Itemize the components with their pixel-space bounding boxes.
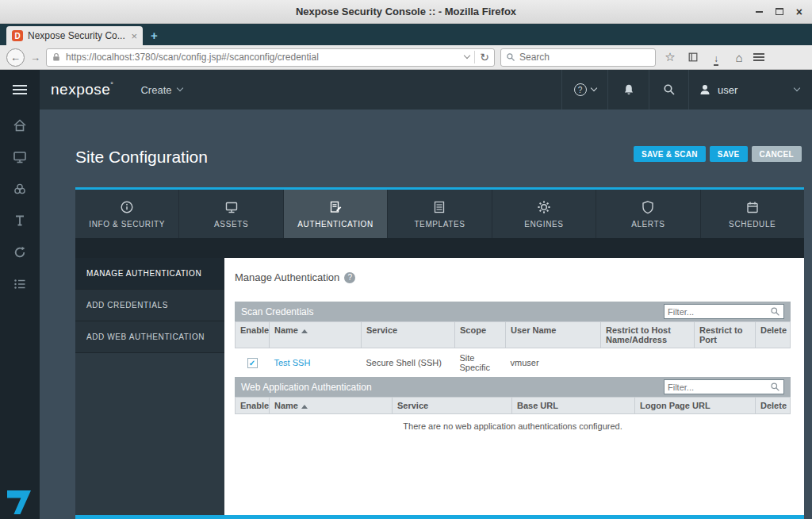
web-filter-input[interactable] bbox=[668, 383, 768, 392]
url-dropdown-icon[interactable] bbox=[464, 52, 470, 59]
sidebar-item-administration[interactable] bbox=[0, 268, 40, 300]
sort-ascending-icon bbox=[301, 405, 308, 409]
window-titlebar: Nexpose Security Console :: - Mozilla Fi… bbox=[0, 0, 812, 24]
web-filter-box[interactable] bbox=[664, 379, 784, 394]
sidebar-item-reports[interactable] bbox=[0, 236, 40, 268]
minimize-icon[interactable] bbox=[756, 11, 763, 13]
config-tabstrip: INFO & SECURITY ASSETS AUTHENTICATION TE… bbox=[75, 187, 804, 238]
subnav-add-web-authentication[interactable]: ADD WEB AUTHENTICATION bbox=[75, 321, 224, 353]
reload-icon[interactable]: ↻ bbox=[480, 51, 489, 63]
enable-checkbox[interactable]: ✓ bbox=[247, 358, 258, 368]
tab-underband bbox=[75, 238, 804, 258]
home-icon[interactable]: ⌂ bbox=[730, 51, 748, 64]
scan-credentials-bar: Scan Credentials bbox=[235, 302, 791, 321]
tab-templates[interactable]: TEMPLATES bbox=[388, 190, 492, 238]
main-area: Site Configuration SAVE & SCAN SAVE CANC… bbox=[40, 110, 812, 519]
forward-button[interactable]: → bbox=[30, 52, 40, 63]
nexpose-logo: nexpose° bbox=[51, 81, 113, 98]
home-icon bbox=[12, 117, 28, 133]
bookmark-star-icon[interactable]: ☆ bbox=[661, 50, 679, 64]
col-name[interactable]: Name bbox=[270, 398, 393, 414]
col-logon-page-url: Logon Page URL bbox=[635, 398, 756, 414]
web-auth-empty-message: There are no web application authenticat… bbox=[235, 414, 791, 431]
chevron-down-icon bbox=[590, 85, 596, 91]
auth-subnav: MANAGE AUTHENTICATION ADD CREDENTIALS AD… bbox=[75, 258, 224, 515]
action-buttons: SAVE & SCAN SAVE CANCEL bbox=[634, 146, 802, 162]
cancel-button[interactable]: CANCEL bbox=[752, 146, 802, 162]
tab-engines[interactable]: ENGINES bbox=[492, 190, 596, 238]
firefox-window: Nexpose Security Console :: - Mozilla Fi… bbox=[0, 0, 812, 519]
tab-assets[interactable]: ASSETS bbox=[179, 190, 283, 238]
scan-filter-input[interactable] bbox=[668, 307, 768, 317]
credential-link[interactable]: Test SSH bbox=[274, 358, 311, 367]
help-menu[interactable]: ? bbox=[561, 70, 607, 110]
help-icon: ? bbox=[574, 83, 587, 96]
tab-info-security[interactable]: INFO & SECURITY bbox=[75, 190, 179, 238]
url-input[interactable] bbox=[66, 52, 460, 63]
tab-authentication[interactable]: AUTHENTICATION bbox=[284, 190, 388, 238]
scan-filter-box[interactable] bbox=[664, 304, 784, 319]
user-label: user bbox=[718, 84, 737, 96]
browser-tab[interactable]: D Nexpose Security Co... × bbox=[6, 26, 143, 45]
templates-doc-icon bbox=[432, 200, 446, 214]
schedule-calendar-icon bbox=[745, 200, 760, 214]
scan-credentials-section: Scan Credentials Enable Name Service Sco… bbox=[235, 302, 791, 378]
browser-tab-title: Nexpose Security Co... bbox=[28, 30, 126, 41]
footer-accent-bar bbox=[75, 515, 804, 519]
close-icon[interactable]: × bbox=[796, 6, 802, 17]
info-icon bbox=[120, 200, 134, 214]
policy-icon bbox=[12, 213, 28, 229]
back-button[interactable]: ← bbox=[6, 48, 25, 67]
new-tab-button[interactable]: + bbox=[151, 29, 158, 42]
user-icon bbox=[699, 83, 711, 96]
list-icon bbox=[12, 276, 28, 292]
downloads-icon[interactable]: ↓ bbox=[707, 51, 725, 64]
col-name[interactable]: Name bbox=[270, 322, 362, 348]
engines-gear-icon bbox=[537, 200, 551, 214]
search-input[interactable] bbox=[519, 52, 650, 63]
help-icon[interactable]: ? bbox=[344, 272, 355, 283]
col-service: Service bbox=[362, 322, 455, 348]
bell-icon bbox=[622, 83, 635, 96]
tab-schedule[interactable]: SCHEDULE bbox=[701, 190, 804, 238]
maximize-icon[interactable] bbox=[776, 8, 783, 15]
alerts-shield-icon bbox=[641, 200, 655, 214]
col-delete: Delete bbox=[756, 398, 791, 414]
notifications-button[interactable] bbox=[607, 70, 649, 110]
save-button[interactable]: SAVE bbox=[710, 146, 748, 162]
app-menu-icon[interactable] bbox=[0, 70, 40, 110]
tab-close-icon[interactable]: × bbox=[131, 30, 137, 42]
sidebar-item-home[interactable] bbox=[0, 110, 40, 141]
divider bbox=[474, 51, 475, 63]
col-user-name: User Name bbox=[506, 322, 601, 348]
window-title: Nexpose Security Console :: - Mozilla Fi… bbox=[296, 6, 516, 17]
browser-menu-icon[interactable] bbox=[753, 52, 771, 63]
browser-tabbar: D Nexpose Security Co... × + bbox=[0, 24, 812, 45]
col-enable: Enable bbox=[236, 398, 270, 414]
save-and-scan-button[interactable]: SAVE & SCAN bbox=[634, 146, 706, 162]
url-bar[interactable]: ↻ bbox=[46, 48, 495, 67]
chevron-down-icon bbox=[794, 85, 800, 91]
tab-alerts[interactable]: ALERTS bbox=[596, 190, 700, 238]
sidebar-item-policies[interactable] bbox=[0, 205, 40, 236]
create-menu[interactable]: Create bbox=[140, 84, 182, 96]
user-menu[interactable]: user bbox=[688, 70, 812, 110]
subnav-add-credentials[interactable]: ADD CREDENTIALS bbox=[75, 290, 224, 321]
subnav-manage-authentication[interactable]: MANAGE AUTHENTICATION bbox=[75, 258, 224, 290]
bookmarks-sidebar-icon[interactable] bbox=[684, 52, 702, 63]
search-icon bbox=[663, 83, 676, 96]
sidebar-item-vulnerabilities[interactable] bbox=[0, 173, 40, 205]
col-restrict-host: Restrict to Host Name/Address bbox=[601, 322, 695, 348]
app-search-button[interactable] bbox=[649, 70, 688, 110]
page-title: Site Configuration bbox=[75, 148, 208, 167]
delete-cell[interactable] bbox=[756, 348, 791, 378]
col-scope: Scope bbox=[455, 322, 506, 348]
content-heading: Manage Authentication ? bbox=[235, 271, 355, 283]
sidebar-item-assets[interactable] bbox=[0, 141, 40, 173]
assets-monitor-icon bbox=[224, 200, 239, 214]
table-row: ✓ Test SSH Secure Shell (SSH) Site Speci… bbox=[236, 348, 791, 378]
search-box[interactable] bbox=[500, 48, 656, 67]
chevron-down-icon bbox=[177, 85, 183, 91]
content-panel: Manage Authentication ? Scan Credentials… bbox=[224, 258, 804, 515]
sort-ascending-icon bbox=[301, 329, 308, 333]
